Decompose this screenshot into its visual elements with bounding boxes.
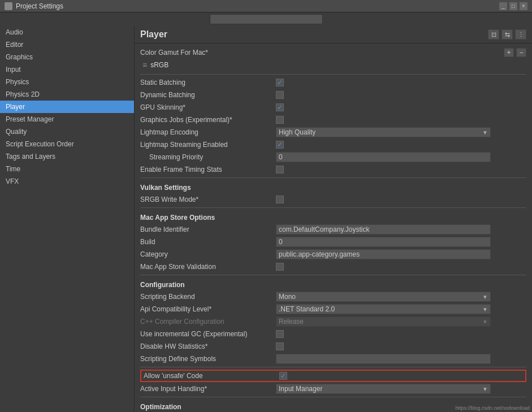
scripting-backend-arrow: ▼ bbox=[482, 294, 488, 300]
header-icon-btn-1[interactable]: ⊡ bbox=[488, 29, 499, 40]
sidebar-item-input[interactable]: Input bbox=[0, 63, 134, 76]
add-btn[interactable]: + bbox=[504, 48, 514, 57]
srgb-write-row: SRGB Write Mode* bbox=[140, 194, 526, 205]
sidebar-item-tags-and-layers[interactable]: Tags and Layers bbox=[0, 150, 134, 163]
content-header: Player ⊡ ⇆ ⋮ bbox=[135, 26, 532, 44]
api-compat-dropdown[interactable]: .NET Standard 2.0 ▼ bbox=[276, 304, 491, 314]
allow-unsafe-row: Allow 'unsafe' Code bbox=[140, 370, 526, 382]
dynamic-batching-row: Dynamic Batching bbox=[140, 89, 526, 101]
mac-validation-checkbox[interactable] bbox=[276, 263, 284, 271]
title-bar-title: Project Settings bbox=[16, 2, 63, 10]
sidebar-item-graphics[interactable]: Graphics bbox=[0, 51, 134, 63]
disable-hw-row: Disable HW Statistics* bbox=[140, 341, 526, 352]
build-input[interactable] bbox=[276, 237, 491, 247]
lightmap-streaming-checkbox[interactable] bbox=[276, 141, 284, 149]
sidebar-item-vfx[interactable]: VFX bbox=[0, 175, 134, 188]
gpu-skinning-checkbox[interactable] bbox=[276, 103, 284, 111]
incremental-gc-row: Use incremental GC (Experimental) bbox=[140, 328, 526, 340]
incremental-gc-label: Use incremental GC (Experimental) bbox=[140, 330, 276, 338]
static-batching-label: Static Batching bbox=[140, 79, 276, 86]
streaming-priority-row: Streaming Priority bbox=[140, 151, 526, 163]
static-batching-checkbox[interactable] bbox=[276, 79, 284, 86]
graphics-jobs-label: Graphics Jobs (Experimental)* bbox=[140, 116, 276, 124]
active-input-value: Input Manager bbox=[279, 385, 322, 393]
cpp-compiler-arrow: ▼ bbox=[482, 319, 488, 325]
scripting-define-input[interactable] bbox=[276, 354, 491, 364]
title-bar-controls: _ □ × bbox=[499, 2, 527, 10]
sidebar-item-script-execution-order[interactable]: Script Execution Order bbox=[0, 138, 134, 150]
build-row: Build bbox=[140, 236, 526, 248]
build-label: Build bbox=[140, 238, 276, 246]
mac-validation-label: Mac App Store Validation bbox=[140, 263, 276, 271]
minimize-button[interactable]: _ bbox=[499, 2, 507, 10]
scripting-backend-value: Mono bbox=[279, 293, 296, 301]
sidebar-item-editor[interactable]: Editor bbox=[0, 38, 134, 51]
sidebar-item-physics-2d[interactable]: Physics 2D bbox=[0, 88, 134, 101]
active-input-dropdown[interactable]: Input Manager ▼ bbox=[276, 384, 491, 394]
graphics-jobs-row: Graphics Jobs (Experimental)* bbox=[140, 114, 526, 125]
disable-hw-label: Disable HW Statistics* bbox=[140, 342, 276, 350]
content-title: Player bbox=[140, 29, 167, 40]
disable-hw-checkbox[interactable] bbox=[276, 342, 284, 350]
frame-timing-checkbox[interactable] bbox=[276, 166, 284, 174]
bundle-id-label: Bundle Identifier bbox=[140, 225, 276, 233]
cpp-compiler-value: Release bbox=[279, 318, 304, 326]
graphics-jobs-checkbox[interactable] bbox=[276, 116, 284, 124]
add-remove-area: + − bbox=[276, 48, 526, 57]
lightmap-encoding-label: Lightmap Encoding bbox=[140, 128, 276, 136]
lightmap-encoding-dropdown[interactable]: High Quality ▼ bbox=[276, 127, 491, 137]
active-input-arrow: ▼ bbox=[482, 386, 488, 392]
gpu-skinning-label: GPU Skinning* bbox=[140, 103, 276, 111]
sidebar-item-player[interactable]: Player bbox=[0, 101, 134, 113]
bundle-id-row: Bundle Identifier bbox=[140, 224, 526, 235]
frame-timing-label: Enable Frame Timing Stats bbox=[140, 166, 276, 174]
srgb-label: sRGB bbox=[150, 61, 168, 69]
gpu-skinning-row: GPU Skinning* bbox=[140, 102, 526, 113]
search-bar bbox=[0, 12, 532, 26]
active-input-label: Active Input Handling* bbox=[140, 385, 276, 393]
api-compat-value: .NET Standard 2.0 bbox=[279, 305, 335, 313]
allow-unsafe-label: Allow 'unsafe' Code bbox=[144, 372, 279, 380]
search-input[interactable] bbox=[210, 14, 323, 24]
sidebar-item-time[interactable]: Time bbox=[0, 163, 134, 175]
title-bar: Project Settings _ □ × bbox=[0, 0, 532, 12]
scripting-backend-dropdown[interactable]: Mono ▼ bbox=[276, 292, 491, 302]
cpp-compiler-dropdown[interactable]: Release ▼ bbox=[276, 316, 491, 327]
scripting-backend-label: Scripting Backend bbox=[140, 293, 276, 301]
configuration-header: Configuration bbox=[140, 281, 526, 289]
srgb-write-label: SRGB Write Mode* bbox=[140, 196, 276, 203]
streaming-priority-label: Streaming Priority bbox=[140, 153, 276, 161]
dynamic-batching-label: Dynamic Batching bbox=[140, 91, 276, 99]
sidebar-item-quality[interactable]: Quality bbox=[0, 125, 134, 138]
dynamic-batching-checkbox[interactable] bbox=[276, 91, 284, 99]
incremental-gc-checkbox[interactable] bbox=[276, 330, 284, 338]
srgb-row: ≡ sRGB bbox=[140, 59, 526, 71]
allow-unsafe-checkbox[interactable] bbox=[279, 372, 287, 380]
scripting-define-row: Scripting Define Symbols bbox=[140, 353, 526, 365]
color-gamut-row: Color Gamut For Mac* + − bbox=[140, 47, 526, 58]
bundle-id-input[interactable] bbox=[276, 224, 491, 235]
scrollable-content: Color Gamut For Mac* + − ≡ sRGB Static B… bbox=[135, 44, 532, 412]
cpp-compiler-row: C++ Compiler Configuration Release ▼ bbox=[140, 316, 526, 327]
srgb-write-checkbox[interactable] bbox=[276, 196, 284, 203]
watermark: https://blog.csdn.net/nodownload bbox=[455, 405, 530, 411]
api-compat-row: Api Compatibility Level* .NET Standard 2… bbox=[140, 303, 526, 315]
mac-app-store-header: Mac App Store Options bbox=[140, 214, 526, 222]
category-input[interactable] bbox=[276, 249, 491, 259]
vulkan-header: Vulkan Settings bbox=[140, 184, 526, 192]
sidebar: AudioEditorGraphicsInputPhysicsPhysics 2… bbox=[0, 26, 135, 412]
sidebar-item-physics[interactable]: Physics bbox=[0, 76, 134, 88]
header-icon-btn-2[interactable]: ⇆ bbox=[501, 29, 513, 40]
header-icon-btn-3[interactable]: ⋮ bbox=[515, 29, 526, 40]
remove-btn[interactable]: − bbox=[516, 48, 526, 57]
lightmap-encoding-value: High Quality bbox=[279, 128, 315, 136]
mac-validation-row: Mac App Store Validation bbox=[140, 261, 526, 272]
close-button[interactable]: × bbox=[520, 2, 527, 10]
sidebar-item-audio[interactable]: Audio bbox=[0, 26, 134, 38]
lightmap-encoding-arrow: ▼ bbox=[482, 129, 488, 136]
maximize-button[interactable]: □ bbox=[509, 2, 517, 10]
sidebar-item-preset-manager[interactable]: Preset Manager bbox=[0, 113, 134, 125]
content-area: Player ⊡ ⇆ ⋮ Color Gamut For Mac* + − ≡ … bbox=[135, 26, 532, 412]
color-gamut-label: Color Gamut For Mac* bbox=[140, 49, 276, 57]
streaming-priority-input[interactable] bbox=[276, 152, 491, 162]
